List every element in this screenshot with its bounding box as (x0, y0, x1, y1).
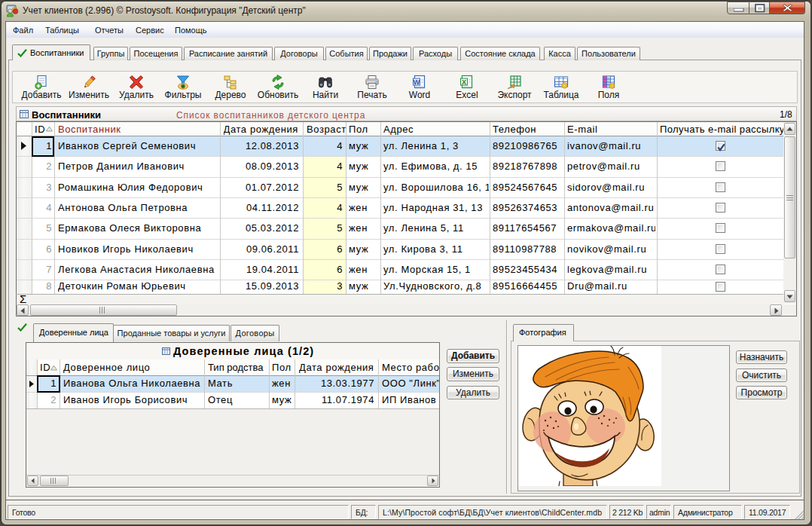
svg-text:X: X (462, 78, 466, 86)
svg-text:W: W (414, 78, 420, 86)
